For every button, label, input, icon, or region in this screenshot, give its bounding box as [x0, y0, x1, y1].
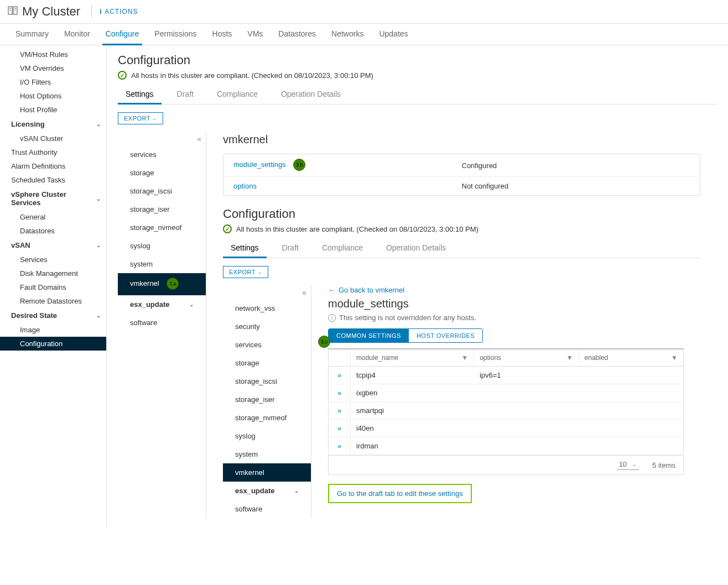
filter-icon[interactable]: ▼ — [461, 354, 468, 362]
sidebar-item-image[interactable]: Image — [0, 323, 106, 337]
chevron-down-icon: ⌄ — [294, 488, 299, 494]
sidebar-item-configuration[interactable]: Configuration — [0, 337, 106, 351]
sidebar-group-licensing[interactable]: Licensing ⌄ — [0, 117, 106, 132]
td-enabled — [579, 371, 683, 380]
pill-common-settings[interactable]: COMMON SETTINGS — [329, 329, 409, 342]
arrow-left-icon: ← — [328, 286, 335, 294]
td-options: ipv6=1 — [474, 367, 579, 384]
td-enabled — [579, 406, 683, 415]
expand-row-icon[interactable]: » — [329, 367, 351, 384]
info-icon: i — [328, 314, 336, 322]
subtab-settings-2[interactable]: Settings — [223, 239, 267, 258]
back-link[interactable]: ← Go back to vmkernel — [328, 286, 684, 294]
config-nav-syslog-2[interactable]: syslog — [223, 427, 311, 445]
sidebar-item-vm-host-rules[interactable]: VM/Host Rules — [0, 48, 106, 61]
subtab-draft[interactable]: Draft — [169, 85, 201, 104]
subtab-compliance-2[interactable]: Compliance — [314, 239, 371, 258]
tab-vms[interactable]: VMs — [240, 24, 271, 45]
sidebar-item-vm-overrides[interactable]: VM Overrides — [0, 61, 106, 75]
sidebar-item-alarm-definitions[interactable]: Alarm Definitions — [0, 159, 106, 173]
sidebar-item-host-options[interactable]: Host Options — [0, 89, 106, 103]
config-nav-storage-iser[interactable]: storage_iser — [118, 200, 206, 218]
tab-permissions[interactable]: Permissions — [147, 24, 204, 45]
config-nav-storage-2[interactable]: storage — [223, 354, 311, 372]
config-nav-system-2[interactable]: system — [223, 445, 311, 463]
chevron-down-icon: ⌄ — [96, 196, 101, 202]
config-nav-services-2[interactable]: services — [223, 336, 311, 354]
expand-row-icon[interactable]: » — [329, 384, 351, 401]
config-nav-storage-iser-2[interactable]: storage_iser — [223, 390, 311, 409]
sidebar-group-vsan[interactable]: vSAN ⌄ — [0, 238, 106, 253]
sidebar-item-host-profile[interactable]: Host Profile — [0, 103, 106, 117]
sidebar-item-io-filters[interactable]: I/O Filters — [0, 75, 106, 89]
tab-configure[interactable]: Configure — [98, 24, 147, 45]
collapse-nav-button-2[interactable]: « — [223, 286, 311, 299]
tab-hosts[interactable]: Hosts — [205, 24, 240, 45]
sidebar-group-vsphere-cs[interactable]: vSphere Cluster Services ⌄ — [0, 187, 106, 210]
tab-monitor[interactable]: Monitor — [56, 24, 98, 45]
sidebar-item-vsan-cluster[interactable]: vSAN Cluster — [0, 132, 106, 145]
subtab-operation-details-2[interactable]: Operation Details — [378, 239, 454, 258]
prop-key-label: module_settings — [233, 160, 286, 169]
export-button[interactable]: EXPORT ⌄ — [118, 112, 163, 124]
config-nav-syslog[interactable]: syslog — [118, 237, 206, 255]
subtab-compliance[interactable]: Compliance — [209, 85, 266, 104]
sidebar-item-remote-datastores[interactable]: Remote Datastores — [0, 294, 106, 308]
sidebar-item-trust-authority[interactable]: Trust Authority — [0, 145, 106, 159]
sidebar-item-fault-domains[interactable]: Fault Domains — [0, 280, 106, 294]
config-nav-software-2[interactable]: software — [223, 500, 311, 518]
config-nav-storage-nvmeof-2[interactable]: storage_nvmeof — [223, 409, 311, 427]
draft-tab-link[interactable]: Go to the draft tab to edit these settin… — [328, 484, 472, 503]
sidebar-item-services[interactable]: Services — [0, 253, 106, 267]
config-nav-storage-nvmeof[interactable]: storage_nvmeof — [118, 218, 206, 237]
prop-module-settings[interactable]: module_settings 3.b — [233, 159, 462, 171]
sidebar-item-datastores[interactable]: Datastores — [0, 224, 106, 238]
config-nav-network-vss[interactable]: network_vss — [223, 299, 311, 317]
sidebar-item-scheduled-tasks[interactable]: Scheduled Tasks — [0, 173, 106, 187]
subtab-settings[interactable]: Settings — [118, 85, 162, 104]
export-button-2[interactable]: EXPORT ⌄ — [223, 266, 268, 278]
config-subtabs: Settings Draft Compliance Operation Deta… — [118, 85, 717, 105]
td-enabled — [579, 424, 683, 433]
filter-icon[interactable]: ▼ — [671, 354, 678, 362]
sidebar-group-desired-state[interactable]: Desired State ⌄ — [0, 308, 106, 323]
prop-options[interactable]: options — [233, 182, 462, 190]
expand-row-icon[interactable]: » — [329, 437, 351, 455]
sidebar-item-disk-mgmt[interactable]: Disk Management — [0, 267, 106, 280]
subtab-draft-2[interactable]: Draft — [274, 239, 306, 258]
chevron-down-icon: ⌄ — [189, 301, 194, 307]
config-nav-security[interactable]: security — [223, 317, 311, 336]
config-nav-vmkernel[interactable]: vmkernel 3.a — [118, 273, 206, 295]
th-enabled[interactable]: enabled ▼ — [579, 349, 683, 366]
vmkernel-table: module_settings 3.b Configured options N… — [223, 154, 700, 196]
config-nav-vmkernel-2[interactable]: vmkernel — [223, 463, 311, 482]
th-module-name[interactable]: module_name ▼ — [351, 349, 474, 366]
pill-host-overrides[interactable]: HOST OVERRIDES — [409, 329, 482, 342]
config-nav-storage-iscsi-2[interactable]: storage_iscsi — [223, 372, 311, 390]
tab-datastores[interactable]: Datastores — [271, 24, 324, 45]
sidebar-group-label: Licensing — [11, 120, 45, 128]
filter-icon[interactable]: ▼ — [566, 354, 573, 362]
collapse-nav-button[interactable]: « — [118, 132, 206, 145]
caret-down-icon: ⌄ — [632, 462, 637, 467]
tab-networks[interactable]: Networks — [324, 24, 371, 45]
page-size-select[interactable]: 10 ⌄ — [617, 460, 639, 470]
sidebar-item-general[interactable]: General — [0, 210, 106, 224]
config-nav-storage[interactable]: storage — [118, 164, 206, 182]
expand-row-icon[interactable]: » — [329, 420, 351, 437]
subtab-operation-details[interactable]: Operation Details — [273, 85, 349, 104]
th-options[interactable]: options ▼ — [474, 349, 579, 366]
config-nav-system[interactable]: system — [118, 255, 206, 273]
expand-row-icon[interactable]: » — [329, 402, 351, 419]
config-nav-services[interactable]: services — [118, 145, 206, 164]
config-nav-storage-iscsi[interactable]: storage_iscsi — [118, 182, 206, 200]
tab-summary[interactable]: Summary — [8, 24, 56, 45]
config-nav-software[interactable]: software — [118, 314, 206, 332]
caret-down-icon: ⌄ — [153, 116, 157, 121]
actions-menu[interactable]: ⁞ ACTIONS — [100, 8, 138, 15]
config-nav-esx-update-2[interactable]: esx_update ⌄ — [223, 482, 311, 500]
tab-updates[interactable]: Updates — [371, 24, 415, 45]
td-module-name: tcpip4 — [351, 367, 474, 384]
config-nav-esx-update[interactable]: esx_update ⌄ — [118, 295, 206, 314]
config-nav-2: « network_vss security services storage … — [223, 286, 311, 518]
